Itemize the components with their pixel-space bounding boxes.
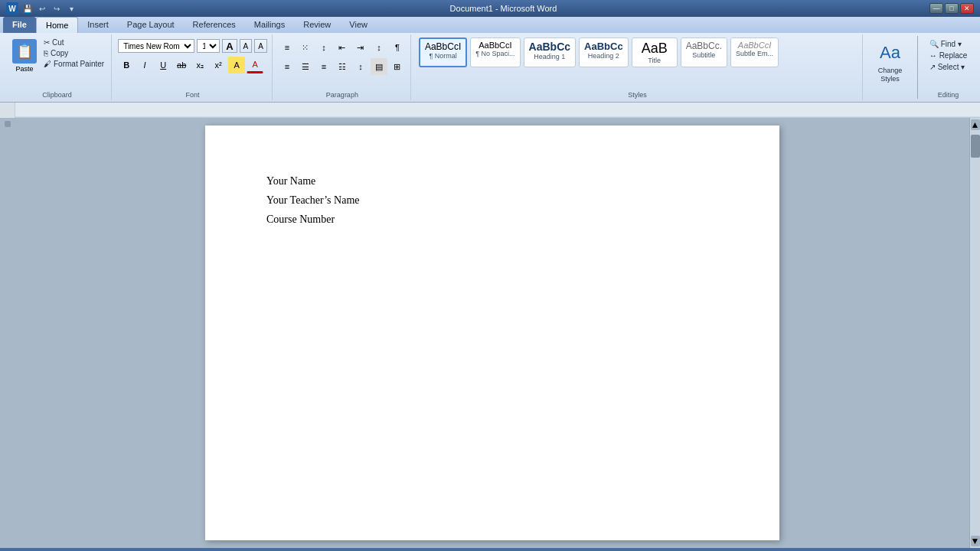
style-h1-text: AaBbCc <box>529 41 570 53</box>
copy-button[interactable]: ⎘ Copy <box>41 48 106 58</box>
scroll-thumb[interactable] <box>971 135 980 158</box>
style-normal-label: ¶ Normal <box>429 52 456 60</box>
copy-icon: ⎘ <box>44 49 48 57</box>
italic-button[interactable]: I <box>136 57 153 73</box>
text-highlight-button[interactable]: A <box>228 57 245 73</box>
format-painter-button[interactable]: 🖌 Format Painter <box>41 59 106 69</box>
justify-btn[interactable]: ☷ <box>334 58 351 75</box>
ribbon-separator <box>917 36 918 99</box>
style-h2-text: AaBbCc <box>584 41 623 52</box>
cut-button[interactable]: ✂ Cut <box>41 37 106 47</box>
font-clear-btn[interactable]: A <box>254 39 267 53</box>
undo-quick-btn[interactable]: ↩ <box>36 2 48 15</box>
quick-access-toolbar: 💾 ↩ ↪ ▾ <box>21 2 77 15</box>
font-size-select[interactable]: 12 <box>197 39 220 53</box>
ribbon-tab-bar: File Home Insert Page Layout References … <box>0 17 980 33</box>
bold-button[interactable]: B <box>118 57 135 73</box>
minimize-btn[interactable]: — <box>929 3 943 14</box>
editing-group: 🔍 Find ▾ ↔ Replace ↗ Select ▾ Editing <box>920 34 977 100</box>
close-btn[interactable]: ✕ <box>960 3 974 14</box>
styles-gallery: AaBbCcI ¶ Normal AaBbCcI ¶ No Spaci... A… <box>417 36 780 69</box>
maximize-btn[interactable]: □ <box>945 3 959 14</box>
strikethrough-button[interactable]: ab <box>173 57 190 73</box>
paste-button[interactable]: 📋 Paste <box>8 36 41 76</box>
font-name-select[interactable]: Times New Rom <box>118 39 194 53</box>
window-title: Document1 - Microsoft Word <box>77 4 929 13</box>
left-margin-marker[interactable] <box>5 121 11 127</box>
style-normal-text: AaBbCcI <box>425 41 461 52</box>
style-subtle-em[interactable]: AaBbCcI Subtle Em... <box>730 37 779 67</box>
align-center-btn[interactable]: ☰ <box>297 58 314 75</box>
customize-quick-btn[interactable]: ▾ <box>65 2 77 15</box>
styles-group: AaBbCcI ¶ Normal AaBbCcI ¶ No Spaci... A… <box>413 34 863 100</box>
save-quick-btn[interactable]: 💾 <box>21 2 34 15</box>
document-page[interactable]: Your Name Your Teacher’s Name Course Num… <box>205 126 779 540</box>
replace-button[interactable]: ↔ Replace <box>927 51 970 60</box>
find-button[interactable]: 🔍 Find ▾ <box>927 39 970 49</box>
style-heading2[interactable]: AaBbCc Heading 2 <box>579 37 629 67</box>
para-row2: ≡ ☰ ≡ ☷ ↕ ▤ ⊞ <box>279 58 406 75</box>
cut-label: Cut <box>52 38 64 47</box>
tab-view[interactable]: View <box>340 17 377 33</box>
clipboard-group-label: Clipboard <box>42 90 72 99</box>
font-color-button[interactable]: A <box>247 57 263 73</box>
tab-file[interactable]: File <box>3 17 36 33</box>
tab-references[interactable]: References <box>184 17 245 33</box>
bullets-button[interactable]: ≡ <box>279 39 296 56</box>
align-left-btn[interactable]: ≡ <box>279 58 296 75</box>
change-styles-group: Aa ChangeStyles <box>864 34 916 100</box>
tab-review[interactable]: Review <box>294 17 340 33</box>
multilevel-button[interactable]: ↕ <box>315 39 332 56</box>
change-styles-icon: Aa <box>877 39 904 67</box>
style-no-space[interactable]: AaBbCcI ¶ No Spaci... <box>470 37 520 67</box>
style-title[interactable]: AaB Title <box>632 37 678 67</box>
sort-btn[interactable]: ↕ <box>371 39 387 56</box>
find-label: Find ▾ <box>941 40 962 48</box>
style-subtitle[interactable]: AaBbCc. Subtitle <box>681 37 727 67</box>
font-grow-btn[interactable]: A <box>222 39 237 53</box>
change-styles-button[interactable]: Aa ChangeStyles <box>869 36 911 86</box>
align-right-btn[interactable]: ≡ <box>315 58 332 75</box>
title-bar: W 💾 ↩ ↪ ▾ Document1 - Microsoft Word — □… <box>0 0 980 17</box>
font-shrink-btn[interactable]: A <box>240 39 253 53</box>
superscript-button[interactable]: x² <box>210 57 227 73</box>
ribbon-content: 📋 Paste ✂ Cut ⎘ Copy 🖌 Format Painter <box>0 33 980 102</box>
svg-rect-0 <box>15 103 980 117</box>
left-margin-bar <box>0 118 15 548</box>
tab-page-layout[interactable]: Page Layout <box>118 17 184 33</box>
ruler-horizontal <box>15 103 980 117</box>
scroll-up-btn[interactable]: ▲ <box>971 119 980 130</box>
decrease-indent-btn[interactable]: ⇤ <box>334 39 351 56</box>
tab-home[interactable]: Home <box>36 17 78 33</box>
underline-button[interactable]: U <box>155 57 172 73</box>
style-nospace-label: ¶ No Spaci... <box>475 50 514 57</box>
select-button[interactable]: ↗ Select ▾ <box>927 62 970 72</box>
ribbon: File Home Insert Page Layout References … <box>0 17 980 103</box>
doc-line-1[interactable]: Your Name <box>266 171 718 191</box>
increase-indent-btn[interactable]: ⇥ <box>352 39 369 56</box>
subscript-button[interactable]: x₂ <box>191 57 208 73</box>
cut-icon: ✂ <box>44 38 50 47</box>
show-hide-btn[interactable]: ¶ <box>389 39 406 56</box>
style-normal[interactable]: AaBbCcI ¶ Normal <box>419 37 467 67</box>
doc-line-3[interactable]: Course Number <box>266 210 718 229</box>
style-h1-label: Heading 1 <box>534 53 565 60</box>
tab-mailings[interactable]: Mailings <box>245 17 294 33</box>
para-row1: ≡ ⁙ ↕ ⇤ ⇥ ↕ ¶ <box>279 39 406 56</box>
doc-line-2[interactable]: Your Teacher’s Name <box>266 191 718 210</box>
font-row1: Times New Rom 12 A A A <box>118 39 267 53</box>
style-heading1[interactable]: AaBbCc Heading 1 <box>524 37 576 67</box>
scroll-down-btn[interactable]: ▼ <box>971 536 980 546</box>
tab-insert[interactable]: Insert <box>78 17 118 33</box>
paragraph-group-label: Paragraph <box>326 90 358 99</box>
style-h2-label: Heading 2 <box>588 52 619 60</box>
style-subtle-text: AaBbCcI <box>738 41 771 50</box>
window-controls: — □ ✕ <box>929 3 974 14</box>
shading-btn[interactable]: ▤ <box>371 58 387 75</box>
border-btn[interactable]: ⊞ <box>389 58 406 75</box>
redo-quick-btn[interactable]: ↪ <box>51 2 63 15</box>
vertical-scrollbar[interactable]: ▲ ▼ <box>969 118 980 548</box>
document-container[interactable]: Your Name Your Teacher’s Name Course Num… <box>15 118 969 548</box>
line-spacing-btn[interactable]: ↕ <box>352 58 369 75</box>
numbering-button[interactable]: ⁙ <box>297 39 314 56</box>
